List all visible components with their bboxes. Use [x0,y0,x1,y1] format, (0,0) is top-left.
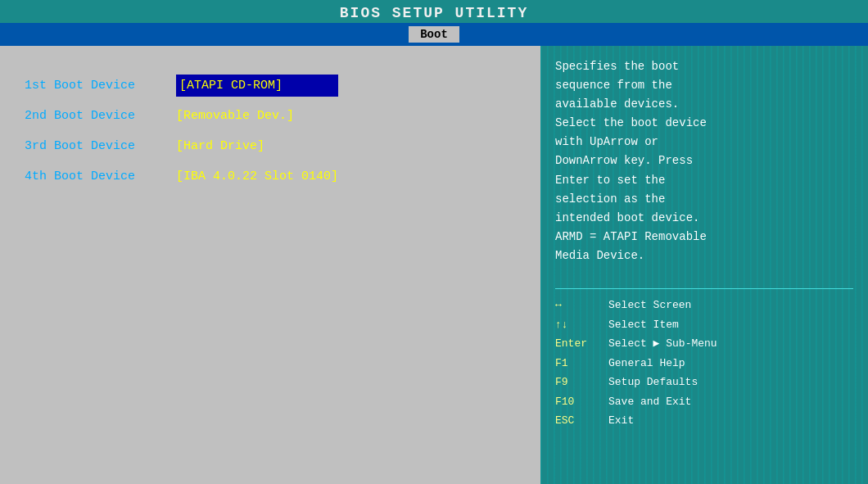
bios-title: BIOS SETUP UTILITY [340,5,528,21]
boot-labels: 1st Boot Device 2nd Boot Device 3rd Boot… [25,75,135,188]
boot-values: [ATAPI CD-ROM] [Removable Dev.] [Hard Dr… [176,75,338,188]
boot-value-4[interactable]: [IBA 4.0.22 Slot 0140] [176,165,338,188]
key-f9-desc: Setup Defaults [608,374,698,391]
boot-value-2[interactable]: [Removable Dev.] [176,105,338,127]
help-description: Specifies the boot sequence from the ava… [555,57,853,265]
key-enter: Enter [555,336,600,352]
key-f9: F9 [555,374,600,391]
key-row-esc: ESC Exit [555,413,853,429]
boot-device-table: 1st Boot Device 2nd Boot Device 3rd Boot… [25,62,516,468]
key-lr-arrow: ↔ [555,297,600,314]
key-f1-desc: General Help [608,355,685,372]
boot-label-2: 2nd Boot Device [25,105,135,127]
bios-screen: BIOS SETUP UTILITY Boot 1st Boot Device … [0,0,868,484]
right-panel: Specifies the boot sequence from the ava… [540,46,868,484]
key-ud-arrow: ↑↓ [555,317,600,333]
boot-label-3: 3rd Boot Device [25,135,135,157]
key-help: ↔ Select Screen ↑↓ Select Item Enter Sel… [555,297,853,429]
key-enter-desc: Select ▶ Sub-Menu [608,336,717,352]
tab-bar: Boot [0,23,868,46]
divider [555,288,853,289]
key-esc-desc: Exit [608,413,634,429]
key-f10-desc: Save and Exit [608,394,691,410]
key-ud-desc: Select Item [608,317,679,333]
key-row-ud: ↑↓ Select Item [555,317,853,333]
title-bar: BIOS SETUP UTILITY [0,0,868,23]
key-f10: F10 [555,394,600,410]
key-f1: F1 [555,355,600,372]
tab-boot[interactable]: Boot [409,26,459,43]
key-row-f1: F1 General Help [555,355,853,372]
boot-label-1: 1st Boot Device [25,75,135,97]
key-row-f10: F10 Save and Exit [555,394,853,410]
key-lr-desc: Select Screen [608,297,691,314]
key-row-enter: Enter Select ▶ Sub-Menu [555,336,853,352]
boot-value-1[interactable]: [ATAPI CD-ROM] [176,75,338,97]
key-row-arrows: ↔ Select Screen [555,297,853,314]
key-row-f9: F9 Setup Defaults [555,374,853,391]
main-content: 1st Boot Device 2nd Boot Device 3rd Boot… [0,46,868,484]
left-panel: 1st Boot Device 2nd Boot Device 3rd Boot… [0,46,540,484]
boot-label-4: 4th Boot Device [25,165,135,188]
boot-value-3[interactable]: [Hard Drive] [176,135,338,157]
key-esc: ESC [555,413,600,429]
